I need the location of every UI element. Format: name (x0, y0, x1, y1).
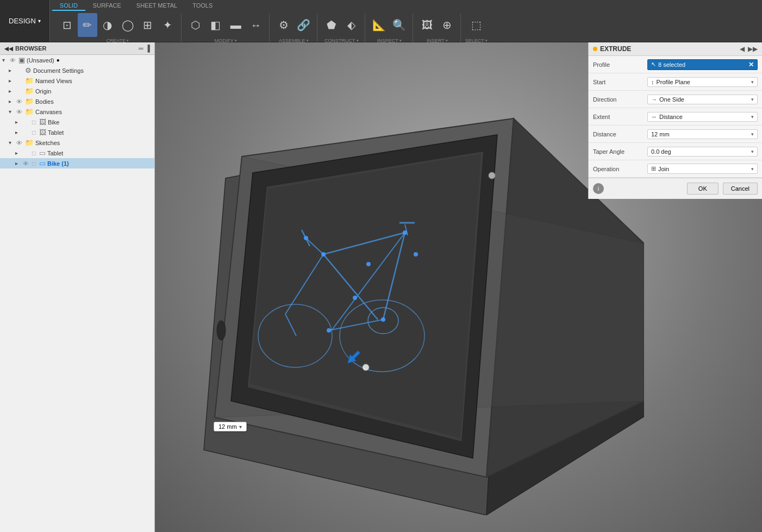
construct-icon-0: ⬟ (327, 20, 336, 30)
modify-tool-2[interactable]: ▬ (226, 13, 246, 37)
operation-value[interactable]: ⊞ Join ▾ (647, 164, 758, 174)
browser-item-origin[interactable]: ▸👁📁Origin (0, 86, 154, 96)
extrude-operation-row: Operation ⊞ Join ▾ (589, 160, 762, 178)
browser-title-text: BROWSER (15, 45, 46, 52)
construct-tool-1[interactable]: ⬖ (342, 13, 361, 37)
tool-group-create: ⊡✏◑◯⊞✦CREATE ▾ (54, 13, 182, 43)
browser-item-bike-sketch[interactable]: ▸👁◻▭Bike (1) (0, 158, 154, 168)
extrude-title: EXTRUDE (593, 45, 631, 53)
expand-bike-sketch[interactable]: ▸ (15, 160, 23, 166)
expand-bike-canvas[interactable]: ▸ (15, 119, 23, 125)
modify-tool-0[interactable]: ⬡ (186, 13, 205, 37)
inspect-tool-0[interactable]: 📐 (370, 13, 389, 37)
expand-bodies[interactable]: ▸ (9, 98, 16, 104)
svg-point-26 (403, 230, 407, 235)
expand-unsaved[interactable]: ▾ (2, 57, 10, 63)
folder-icon-canvases: 📁 (25, 108, 34, 116)
construct-tool-0[interactable]: ⬟ (322, 13, 341, 37)
start-text: Profile Plane (657, 79, 690, 85)
modify-icon-2: ▬ (230, 20, 241, 30)
expand-tablet-canvas[interactable]: ▸ (15, 129, 23, 135)
cancel-button[interactable]: Cancel (723, 183, 758, 195)
insert-tool-0[interactable]: 🖼 (417, 13, 437, 37)
modify-icon-0: ⬡ (191, 20, 200, 30)
extrude-profile-row: Profile ↖ 8 selected ✕ (589, 56, 762, 73)
item-label-bike-canvas: Bike (48, 119, 59, 126)
tab-surface[interactable]: SURFACE (85, 1, 129, 11)
profile-clear-btn[interactable]: ✕ (748, 61, 754, 68)
eye-canvases[interactable]: 👁 (16, 109, 22, 115)
item-label-doc-settings: Document Settings (33, 67, 84, 74)
tool-group-inspect: 📐🔍INSPECT ▾ (366, 13, 413, 43)
create-tool-5[interactable]: ✦ (158, 13, 178, 37)
panel-more-btn[interactable]: ▶▶ (748, 45, 758, 53)
distance-param-label: Distance (593, 131, 647, 137)
create-tool-2[interactable]: ◑ (98, 13, 117, 37)
expand-canvases[interactable]: ▾ (9, 109, 16, 115)
browser-item-sketches[interactable]: ▾👁📁Sketches (0, 137, 154, 148)
distance-value: 12 mm (218, 423, 237, 430)
distance-param-value[interactable]: 12 mm ▾ (647, 129, 758, 139)
browser-item-tablet-canvas[interactable]: ▸👁◻🖼Tablet (0, 127, 154, 137)
assemble-tool-1[interactable]: 🔗 (294, 13, 314, 37)
inspect-tool-1[interactable]: 🔍 (390, 13, 409, 37)
browser-panel: ◀◀ BROWSER ═ ▐ ▾👁▣(Unsaved)●▸👁⚙Document … (0, 42, 155, 532)
modify-tool-3[interactable]: ↔ (246, 13, 266, 37)
create-icon-4: ⊞ (143, 20, 152, 30)
browser-item-tablet-sketch[interactable]: ▸👁◻▭Tablet (0, 148, 154, 158)
browser-title: ◀◀ BROWSER (4, 45, 46, 52)
panel-collapse-btn[interactable]: ◀ (740, 45, 745, 53)
tablet-model (171, 70, 644, 515)
select-tool-0[interactable]: ⬚ (466, 13, 486, 37)
insert-tool-1[interactable]: ⊕ (438, 13, 457, 37)
expand-origin[interactable]: ▸ (9, 88, 16, 94)
expand-doc-settings[interactable]: ▸ (9, 67, 16, 73)
eye-unsaved[interactable]: 👁 (10, 57, 16, 64)
taper-value[interactable]: 0.0 deg ▾ (647, 147, 758, 157)
tab-solid[interactable]: SOLID (52, 1, 85, 11)
browser-expand-btn[interactable]: ▐ (145, 45, 150, 52)
expand-named-views[interactable]: ▸ (9, 78, 16, 84)
create-tool-4[interactable]: ⊞ (138, 13, 158, 37)
create-tool-3[interactable]: ◯ (118, 13, 138, 37)
sketch-icon-tablet-sketch: ▭ (39, 149, 46, 157)
modify-tool-1[interactable]: ◧ (206, 13, 226, 37)
info-button[interactable]: i (593, 183, 604, 194)
eye-sketches[interactable]: 👁 (16, 140, 22, 146)
svg-point-30 (304, 236, 308, 240)
browser-item-canvases[interactable]: ▾👁📁Canvases (0, 107, 154, 117)
browser-item-bodies[interactable]: ▸👁📁Bodies (0, 96, 154, 107)
profile-label: Profile (593, 61, 647, 68)
browser-item-named-views[interactable]: ▸👁📁Named Views (0, 76, 154, 86)
design-button[interactable]: DESIGN ▾ (0, 0, 50, 42)
extrude-panel: EXTRUDE ◀ ▶▶ Profile ↖ 8 selected ✕ (588, 42, 762, 199)
eye-bike-sketch[interactable]: 👁 (23, 160, 29, 167)
assemble-icon-1: 🔗 (297, 20, 310, 30)
browser-item-doc-settings[interactable]: ▸👁⚙Document Settings (0, 65, 154, 76)
canvas-background: 12 mm ▾ TOP FRONT RIGHT Z (155, 42, 762, 532)
start-value[interactable]: ↕ Profile Plane ▾ (647, 77, 758, 87)
canvas-area: 12 mm ▾ TOP FRONT RIGHT Z (155, 42, 762, 532)
settings-dot[interactable]: ● (57, 57, 60, 63)
tab-sheet-metal[interactable]: SHEET METAL (129, 1, 185, 11)
expand-sketches[interactable]: ▾ (9, 140, 16, 146)
browser-item-bike-canvas[interactable]: ▸👁◻🖼Bike (0, 117, 154, 127)
expand-tablet-sketch[interactable]: ▸ (15, 150, 23, 156)
distance-label[interactable]: 12 mm ▾ (214, 422, 247, 431)
item-label-named-views: Named Views (35, 78, 72, 84)
assemble-tool-0[interactable]: ⚙ (274, 13, 293, 37)
create-tool-0[interactable]: ⊡ (58, 13, 77, 37)
collapse-icon[interactable]: ◀◀ (4, 46, 13, 52)
extent-value[interactable]: ↔ Distance ▾ (647, 112, 758, 122)
eye-bodies[interactable]: 👁 (16, 98, 22, 105)
browser-pin-btn[interactable]: ═ (139, 45, 143, 52)
browser-item-unsaved[interactable]: ▾👁▣(Unsaved)● (0, 55, 154, 65)
ok-button[interactable]: OK (687, 183, 719, 195)
direction-value[interactable]: → One Side ▾ (647, 95, 758, 104)
tab-tools[interactable]: TOOLS (185, 1, 220, 11)
tab-row: SOLIDSURFACESHEET METALTOOLS (50, 0, 762, 11)
browser-items: ▾👁▣(Unsaved)●▸👁⚙Document Settings▸👁📁Name… (0, 55, 154, 168)
item-label-sketches: Sketches (35, 140, 60, 146)
profile-value[interactable]: ↖ 8 selected ✕ (647, 59, 758, 70)
create-tool-1[interactable]: ✏ (78, 13, 97, 37)
